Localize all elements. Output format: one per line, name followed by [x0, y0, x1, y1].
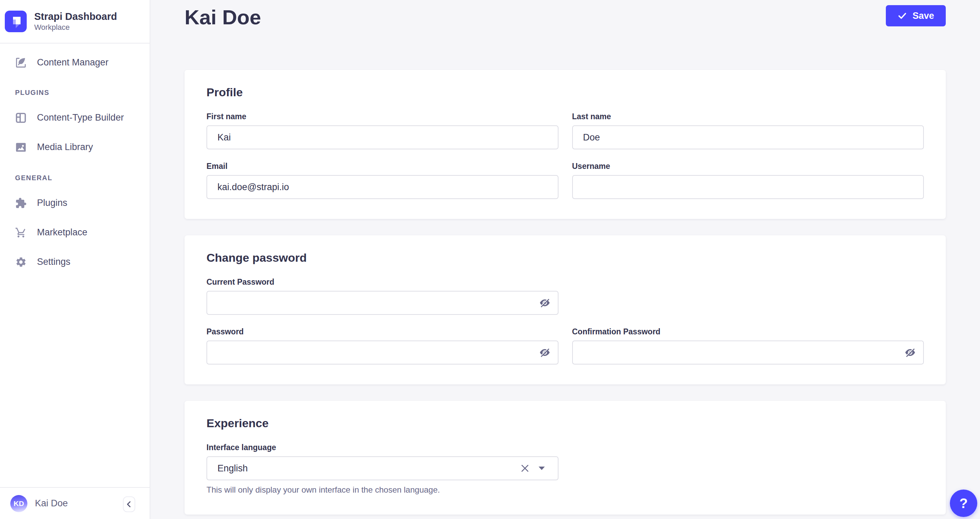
toggle-confirm-password-visibility-button[interactable] [901, 344, 919, 361]
profile-card: Profile First name Last name Email [185, 70, 946, 219]
username-field-group: Username [572, 162, 924, 199]
sidebar-nav: Content Manager PLUGINS Content-Type Bui… [0, 43, 150, 487]
sidebar-item-marketplace[interactable]: Marketplace [8, 224, 142, 242]
username-input[interactable] [572, 175, 924, 199]
save-button[interactable]: Save [886, 5, 946, 26]
user-name: Kai Doe [35, 498, 68, 509]
confirm-password-input[interactable] [572, 341, 924, 365]
sidebar-item-content-type-builder[interactable]: Content-Type Builder [8, 109, 142, 127]
eye-off-icon [904, 347, 916, 358]
first-name-input[interactable] [207, 126, 558, 150]
change-password-card-title: Change password [207, 251, 924, 264]
sidebar-section-general: GENERAL [8, 174, 142, 182]
help-button[interactable]: ? [950, 490, 977, 517]
avatar: KD [10, 495, 27, 512]
sidebar-collapse-button[interactable] [123, 497, 135, 512]
confirm-password-label: Confirmation Password [572, 327, 924, 336]
last-name-label: Last name [572, 112, 924, 121]
app-root: Strapi Dashboard Workplace Content Manag… [0, 0, 980, 519]
save-button-label: Save [913, 11, 934, 21]
close-icon [520, 463, 530, 473]
check-icon [897, 11, 907, 21]
change-password-card: Change password Current Password [185, 236, 946, 384]
layout-icon [15, 112, 27, 124]
open-language-dropdown-button[interactable] [536, 461, 547, 476]
chevron-left-icon [125, 500, 133, 508]
sidebar-item-label: Settings [37, 256, 70, 267]
cart-icon [15, 227, 27, 239]
interface-language-select[interactable]: English [207, 456, 558, 480]
gear-icon [15, 256, 27, 268]
sidebar-item-content-manager[interactable]: Content Manager [8, 54, 142, 72]
username-label: Username [572, 162, 924, 171]
email-field-group: Email [207, 162, 558, 199]
page-title: Kai Doe [185, 4, 261, 29]
workspace-titles: Strapi Dashboard Workplace [34, 10, 117, 33]
sidebar-item-plugins[interactable]: Plugins [8, 194, 142, 212]
puzzle-icon [15, 197, 27, 209]
sidebar-item-label: Plugins [37, 197, 67, 208]
first-name-label: First name [207, 112, 558, 121]
profile-card-title: Profile [207, 86, 924, 99]
workspace-subtitle: Workplace [34, 22, 117, 33]
first-name-field-group: First name [207, 112, 558, 150]
last-name-input[interactable] [572, 126, 924, 150]
eye-off-icon [539, 297, 550, 309]
email-label: Email [207, 162, 558, 171]
page-header: Kai Doe Save [185, 0, 946, 70]
main-content: Kai Doe Save Profile First name [150, 0, 980, 519]
sidebar-item-label: Content Manager [37, 57, 108, 68]
feather-pen-icon [15, 57, 27, 68]
confirm-password-field-group: Confirmation Password [572, 327, 924, 365]
sidebar-item-label: Media Library [37, 142, 93, 153]
workspace-title: Strapi Dashboard [34, 10, 117, 22]
clear-language-button[interactable] [517, 461, 533, 476]
strapi-logo-icon [5, 11, 27, 32]
new-password-field-group: Password [207, 327, 558, 365]
toggle-current-password-visibility-button[interactable] [536, 294, 554, 312]
interface-language-label: Interface language [207, 443, 558, 452]
image-icon [15, 142, 27, 153]
current-password-label: Current Password [207, 277, 558, 287]
workspace-header[interactable]: Strapi Dashboard Workplace [0, 0, 150, 43]
new-password-label: Password [207, 327, 558, 336]
interface-language-value: English [218, 463, 517, 474]
experience-card: Experience Interface language English [185, 401, 946, 514]
sidebar-item-label: Marketplace [37, 227, 88, 238]
chevron-down-icon [538, 466, 545, 470]
sidebar-section-plugins: PLUGINS [8, 89, 142, 97]
eye-off-icon [539, 347, 550, 358]
current-password-input[interactable] [207, 291, 558, 315]
email-input[interactable] [207, 175, 558, 199]
sidebar: Strapi Dashboard Workplace Content Manag… [0, 0, 150, 519]
sidebar-item-settings[interactable]: Settings [8, 253, 142, 271]
sidebar-item-label: Content-Type Builder [37, 112, 124, 123]
interface-language-helper-text: This will only display your own interfac… [207, 485, 558, 495]
toggle-new-password-visibility-button[interactable] [536, 344, 554, 361]
current-password-field-group: Current Password [207, 277, 558, 315]
experience-card-title: Experience [207, 417, 924, 430]
new-password-input[interactable] [207, 341, 558, 365]
interface-language-field-group: Interface language English [207, 443, 558, 495]
sidebar-item-media-library[interactable]: Media Library [8, 139, 142, 156]
last-name-field-group: Last name [572, 112, 924, 150]
question-mark-icon: ? [959, 496, 968, 511]
